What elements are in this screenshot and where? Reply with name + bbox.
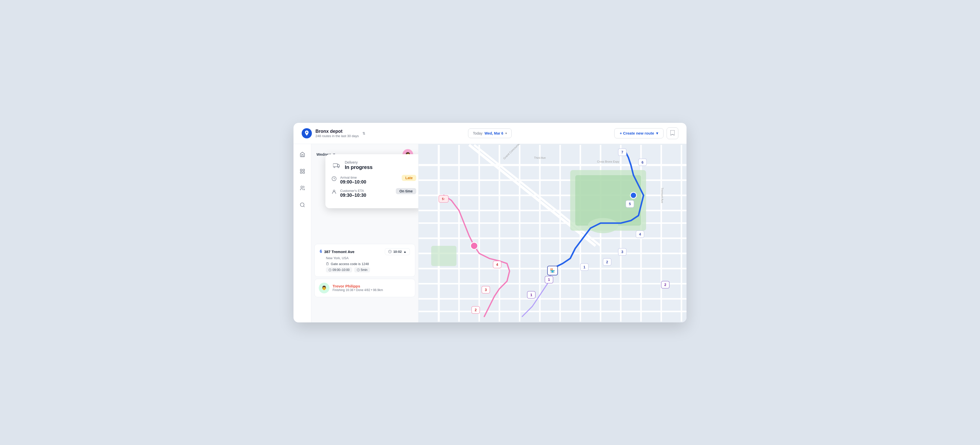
create-route-label: + Create new route bbox=[620, 131, 654, 135]
svg-text:1: 1 bbox=[530, 293, 532, 297]
svg-text:2: 2 bbox=[475, 308, 477, 312]
svg-text:3: 3 bbox=[621, 250, 624, 254]
route-item-header: 6 387 Tremont Ave 10:02 ▲ bbox=[320, 248, 410, 255]
date-selector[interactable]: Today Wed, Mar 6 ▾ bbox=[468, 128, 512, 138]
tag-time-value: 09:00–10:00 bbox=[332, 268, 350, 272]
clock-icon bbox=[331, 176, 337, 182]
top-bar: Bronx depot 248 routes in the last 30 da… bbox=[293, 123, 687, 144]
tooltip-card: Delivery In progress Arrival time 09:00–… bbox=[325, 154, 418, 208]
sidebar bbox=[293, 144, 311, 322]
late-badge: Late bbox=[402, 175, 416, 181]
svg-text:Third Ave: Third Ave bbox=[534, 156, 546, 159]
depot-info: Bronx depot 248 routes in the last 30 da… bbox=[302, 128, 366, 138]
eta-label: Customer's ETA bbox=[340, 189, 366, 193]
svg-rect-44 bbox=[431, 246, 457, 266]
route-number: 6 bbox=[320, 249, 322, 254]
sidebar-item-home[interactable] bbox=[297, 149, 308, 160]
create-route-button[interactable]: + Create new route ▾ bbox=[614, 128, 663, 138]
route-tag-duration: 5min bbox=[354, 268, 370, 272]
svg-point-46 bbox=[471, 242, 478, 249]
map-svg: 7 6 5 4 3 2 bbox=[418, 144, 687, 322]
note-text-value: Gate access code is 1248 bbox=[331, 262, 369, 266]
svg-rect-3 bbox=[303, 171, 304, 173]
sidebar-item-team[interactable] bbox=[297, 183, 308, 193]
tag-duration-value: 5min bbox=[361, 268, 368, 272]
route-expand-icon: ▲ bbox=[403, 250, 407, 253]
tooltip-title-group: Delivery In progress bbox=[345, 160, 372, 170]
truck-icon bbox=[331, 160, 342, 171]
route-tag-time: 09:00–10:00 bbox=[326, 268, 352, 272]
route-section: 6 387 Tremont Ave 10:02 ▲ New York, USA … bbox=[311, 244, 418, 297]
svg-text:2: 2 bbox=[664, 283, 667, 287]
depot-subtitle: 248 routes in the last 30 days bbox=[315, 134, 359, 138]
arrival-label: Arrival time bbox=[340, 176, 366, 179]
main-layout: Wednes ▾ 👩 bbox=[293, 144, 687, 322]
route-tags: 09:00–10:00 5min bbox=[326, 268, 410, 272]
svg-point-5 bbox=[300, 203, 304, 206]
driver-avatar: 👨 bbox=[319, 283, 329, 293]
depot-chevron-icon[interactable]: ⇅ bbox=[363, 131, 366, 135]
svg-point-43 bbox=[588, 218, 618, 233]
driver-info: Trevor Philipps Finishing 16:38 • Done 4… bbox=[332, 284, 383, 292]
svg-text:6: 6 bbox=[641, 160, 644, 164]
map-area: 7 6 5 4 3 2 bbox=[418, 144, 687, 322]
route-city: New York, USA bbox=[320, 256, 410, 260]
route-item-6[interactable]: 6 387 Tremont Ave 10:02 ▲ New York, USA … bbox=[314, 244, 415, 277]
tooltip-arrival-content: Arrival time 09:00–10:00 bbox=[340, 176, 366, 185]
note-icon: 🗒 bbox=[326, 262, 329, 266]
route-time-value: 10:02 bbox=[393, 250, 402, 253]
driver-status: Finishing 16:38 • Done 4/82 • 98.9km bbox=[332, 288, 383, 292]
app-window: Bronx depot 248 routes in the last 30 da… bbox=[293, 123, 687, 322]
tooltip-type-label: Delivery bbox=[345, 160, 372, 165]
svg-text:Cross Bronx Expy: Cross Bronx Expy bbox=[597, 160, 619, 163]
svg-text:4: 4 bbox=[496, 262, 498, 266]
svg-text:5: 5 bbox=[629, 202, 631, 206]
svg-text:2: 2 bbox=[606, 260, 608, 264]
tooltip-status-label: In progress bbox=[345, 165, 372, 170]
svg-text:7: 7 bbox=[621, 150, 624, 154]
sidebar-item-search[interactable] bbox=[297, 200, 308, 210]
svg-point-10 bbox=[333, 190, 335, 192]
route-notes: 🗒 Gate access code is 1248 09:00–10:00 5… bbox=[320, 262, 410, 272]
route-address: 387 Tremont Ave bbox=[324, 250, 355, 254]
bookmark-button[interactable] bbox=[667, 127, 678, 139]
svg-text:1: 1 bbox=[548, 277, 550, 282]
today-label: Today bbox=[473, 131, 482, 135]
svg-rect-6 bbox=[333, 164, 338, 167]
eta-value: 09:30–10:30 bbox=[340, 193, 366, 198]
ontime-badge: On time bbox=[396, 188, 416, 194]
route-time-badge: 10:02 ▲ bbox=[385, 248, 410, 255]
driver-item-trevor[interactable]: 👨 Trevor Philipps Finishing 16:38 • Done… bbox=[314, 279, 415, 297]
tooltip-header: Delivery In progress bbox=[331, 160, 416, 171]
tooltip-eta-row: Customer's ETA 09:30–10:30 On time bbox=[331, 189, 416, 198]
route-note-text: 🗒 Gate access code is 1248 bbox=[326, 262, 410, 266]
svg-text:1: 1 bbox=[584, 265, 585, 269]
svg-text:3: 3 bbox=[485, 288, 487, 291]
svg-text:🏪: 🏪 bbox=[550, 268, 555, 273]
date-value: Wed, Mar 6 bbox=[484, 131, 503, 135]
svg-text:Tremont Ave: Tremont Ave bbox=[661, 187, 664, 203]
arrival-value: 09:00–10:00 bbox=[340, 179, 366, 185]
create-route-chevron-icon: ▾ bbox=[656, 131, 658, 136]
svg-text:4: 4 bbox=[639, 232, 641, 236]
sidebar-item-dashboard[interactable] bbox=[297, 166, 308, 177]
svg-point-45 bbox=[630, 192, 636, 198]
svg-point-7 bbox=[334, 166, 335, 168]
depot-pin-icon bbox=[302, 128, 312, 138]
svg-point-8 bbox=[338, 166, 339, 168]
svg-point-4 bbox=[301, 186, 302, 188]
tooltip-arrival-row: Arrival time 09:00–10:00 Late bbox=[331, 176, 416, 185]
svg-rect-1 bbox=[303, 169, 304, 171]
date-chevron-icon: ▾ bbox=[505, 131, 507, 135]
svg-rect-0 bbox=[300, 169, 302, 171]
svg-text:5↑: 5↑ bbox=[442, 197, 445, 201]
tooltip-eta-content: Customer's ETA 09:30–10:30 bbox=[340, 189, 366, 198]
svg-rect-2 bbox=[300, 171, 302, 173]
person-icon bbox=[331, 189, 337, 196]
driver-name: Trevor Philipps bbox=[332, 284, 383, 288]
depot-name: Bronx depot bbox=[315, 129, 359, 134]
content-panel: Wednes ▾ 👩 bbox=[311, 144, 418, 322]
top-center: Today Wed, Mar 6 ▾ bbox=[468, 128, 512, 138]
top-right: + Create new route ▾ bbox=[614, 127, 678, 139]
depot-text: Bronx depot 248 routes in the last 30 da… bbox=[315, 129, 359, 138]
